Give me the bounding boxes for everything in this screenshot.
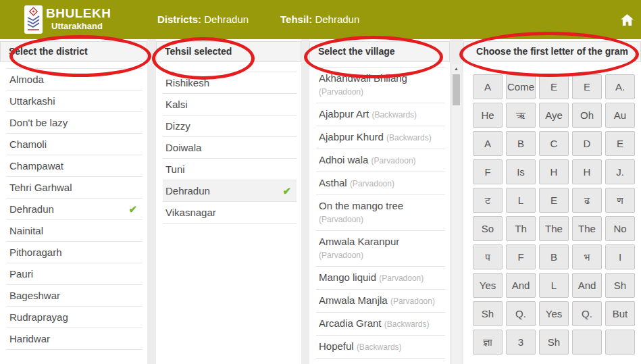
- village-item[interactable]: Adhoi wala (Parvadoon): [316, 149, 445, 172]
- letter-button[interactable]: A: [473, 131, 503, 156]
- letter-button[interactable]: Q.: [572, 301, 602, 326]
- district-item[interactable]: Nainital: [7, 220, 143, 242]
- tehsil-item[interactable]: Dehradun✔: [163, 180, 297, 202]
- scroll-up-icon[interactable]: ▲: [452, 64, 461, 73]
- village-item-tag: (Backwards): [386, 133, 432, 142]
- scrollbar-thumb[interactable]: [453, 74, 460, 105]
- letter-button[interactable]: Sh: [539, 330, 569, 355]
- letter-button[interactable]: F: [473, 159, 503, 184]
- tehsil-item[interactable]: Doiwala: [163, 137, 297, 159]
- village-item[interactable]: Mango liquid (Parvadoon): [316, 267, 445, 290]
- letter-button[interactable]: Au: [605, 103, 635, 128]
- district-item[interactable]: Tehri Garhwal: [7, 177, 143, 199]
- district-panel-header: Select the district: [0, 41, 147, 62]
- letter-button[interactable]: He: [473, 103, 503, 128]
- village-item[interactable]: Asthal (Parvadoon): [316, 172, 445, 195]
- village-item[interactable]: Hopeful (Backwards): [316, 336, 445, 359]
- district-item[interactable]: Don't be lazy: [7, 112, 143, 134]
- district-item[interactable]: Pauri: [7, 263, 143, 285]
- tehsil-item[interactable]: Kalsi: [163, 94, 297, 115]
- letter-button[interactable]: Oh: [572, 103, 602, 128]
- letter-button[interactable]: But: [605, 301, 635, 326]
- letter-button[interactable]: B: [506, 131, 536, 156]
- letter-button[interactable]: A.: [605, 74, 635, 99]
- letter-button[interactable]: Yes: [539, 301, 569, 326]
- letter-button[interactable]: B: [539, 244, 569, 269]
- letter-button[interactable]: And: [506, 273, 536, 298]
- district-item[interactable]: Pithoragarh: [7, 242, 143, 263]
- village-item[interactable]: Arcadia Grant (Backwards): [316, 313, 445, 336]
- village-item[interactable]: Amwala Manjla (Parvadoon): [316, 290, 445, 313]
- village-scrollbar[interactable]: ▲: [452, 64, 461, 364]
- village-item[interactable]: Inderpur (Parvadoon): [316, 359, 445, 364]
- letter-button[interactable]: प: [473, 244, 503, 269]
- village-item[interactable]: Ajabpur Khurd (Backwards): [316, 126, 445, 149]
- letters-panel-header: Choose the first letter of the gram: [463, 41, 641, 62]
- breadcrumb-district: Districts: Dehradun: [157, 14, 249, 25]
- tehsil-item[interactable]: Dizzy: [163, 115, 297, 137]
- district-item[interactable]: Haridwar: [7, 328, 143, 350]
- village-item[interactable]: Amwala Karanpur (Parvadoon): [316, 231, 445, 267]
- letter-button[interactable]: I: [605, 244, 635, 269]
- letter-button[interactable]: E: [605, 131, 635, 156]
- letter-button[interactable]: [572, 330, 602, 355]
- check-icon: ✔: [128, 199, 137, 219]
- letter-button[interactable]: ज्ञा: [473, 330, 503, 355]
- letter-button[interactable]: E: [539, 188, 569, 213]
- village-item[interactable]: On the mango tree (Parvadoon): [316, 195, 445, 231]
- district-item[interactable]: Dehradun✔: [7, 199, 143, 220]
- letter-button[interactable]: ऋ: [506, 103, 536, 128]
- letter-button[interactable]: Th: [506, 216, 536, 241]
- letter-button[interactable]: F: [506, 244, 536, 269]
- district-list: AlmodaUttarkashiDon't be lazyChamoliCham…: [7, 64, 143, 350]
- tehsil-item[interactable]: Vikasnagar: [163, 202, 297, 224]
- village-item-name: On the mango tree: [319, 200, 403, 211]
- letter-button[interactable]: No: [605, 216, 635, 241]
- village-item[interactable]: Ajabpur Art (Backwards): [316, 103, 445, 126]
- letter-button[interactable]: H: [539, 159, 569, 184]
- letter-button[interactable]: And: [572, 273, 602, 298]
- letter-button[interactable]: ढ: [572, 188, 602, 213]
- letter-button[interactable]: D: [572, 131, 602, 156]
- tehsil-item[interactable]: Tuni: [163, 159, 297, 180]
- district-item[interactable]: Almoda: [7, 69, 143, 90]
- letters-grid: AComeEEA.HeऋAyeOhAuABCDEFIsHHJ.टLEढणSoTh…: [473, 74, 635, 355]
- letter-button[interactable]: L: [539, 273, 569, 298]
- letter-button[interactable]: ट: [473, 188, 503, 213]
- letter-button[interactable]: ण: [605, 188, 635, 213]
- letter-button[interactable]: Sh: [605, 273, 635, 298]
- letter-button[interactable]: Aye: [539, 103, 569, 128]
- letter-button[interactable]: Yes: [473, 273, 503, 298]
- village-item-name: Ajabpur Khurd: [319, 131, 384, 142]
- district-item[interactable]: Champawat: [7, 155, 143, 177]
- letter-button[interactable]: The: [572, 216, 602, 241]
- district-item[interactable]: Uttarkashi: [7, 90, 143, 112]
- district-item[interactable]: Chamoli: [7, 134, 143, 155]
- district-item-label: Haridwar: [9, 333, 50, 344]
- letter-button[interactable]: Is: [506, 159, 536, 184]
- letter-button[interactable]: E: [539, 74, 569, 99]
- letter-button[interactable]: Come: [506, 74, 536, 99]
- letter-button[interactable]: H: [572, 159, 602, 184]
- village-item-tag: (Parvadoon): [319, 251, 363, 260]
- letter-button[interactable]: L: [506, 188, 536, 213]
- home-icon[interactable]: [621, 14, 634, 26]
- letter-button[interactable]: J.: [605, 159, 635, 184]
- village-item[interactable]: Akhandwali Bhilang (Parvadoon): [316, 68, 445, 103]
- district-item[interactable]: Bageshwar: [7, 285, 143, 307]
- letter-button[interactable]: Sh: [473, 301, 503, 326]
- letter-button[interactable]: 3: [506, 330, 536, 355]
- tehsil-item[interactable]: Rishikesh: [163, 72, 297, 94]
- letter-button[interactable]: A: [473, 74, 503, 99]
- letter-button[interactable]: Q.: [506, 301, 536, 326]
- letter-button[interactable]: So: [473, 216, 503, 241]
- letter-button[interactable]: The: [539, 216, 569, 241]
- district-label: Districts:: [157, 14, 201, 25]
- letter-button[interactable]: E: [572, 74, 602, 99]
- letter-button[interactable]: C: [539, 131, 569, 156]
- district-item[interactable]: Rudraprayag: [7, 307, 143, 328]
- letter-button[interactable]: [605, 330, 635, 355]
- letter-button[interactable]: भ: [572, 244, 602, 269]
- district-item-label: Pauri: [9, 268, 33, 280]
- village-item-name: Ajabpur Art: [319, 108, 369, 120]
